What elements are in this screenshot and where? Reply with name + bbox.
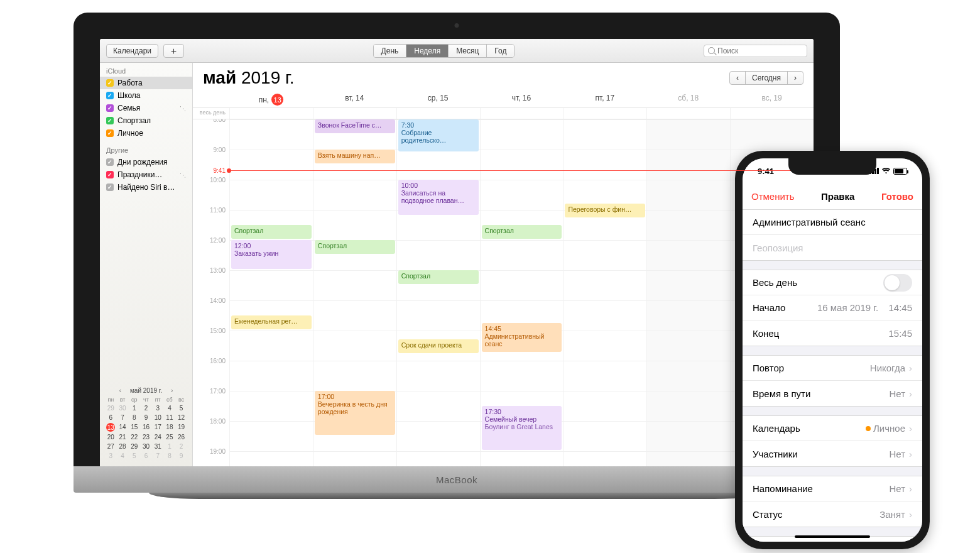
sidebar-item[interactable]: ✓Дни рождения <box>100 156 192 168</box>
cancel-button[interactable]: Отменить <box>751 191 795 202</box>
start-row[interactable]: Начало 16 мая 2019 г. 14:45 <box>743 295 922 320</box>
event[interactable]: Срок сдачи проекта <box>398 339 479 353</box>
event[interactable]: Еженедельная рег… <box>231 315 312 329</box>
day-header[interactable]: чт, 16 <box>480 90 564 107</box>
sidebar-item[interactable]: ✓Школа <box>100 89 192 102</box>
week-grid[interactable]: 8:009:0010:0011:0012:0013:0014:0015:0016… <box>193 119 814 466</box>
mini-day[interactable]: 30 <box>140 442 152 451</box>
event[interactable]: 10:00Записаться на подводное плаван… <box>398 180 479 215</box>
event-title-field[interactable]: Административный сеанс <box>743 210 922 235</box>
home-indicator[interactable] <box>795 535 870 538</box>
checkbox[interactable]: ✓ <box>106 117 114 124</box>
mini-day[interactable]: 9 <box>140 413 152 422</box>
view-week[interactable]: Неделя <box>406 45 449 57</box>
mini-day[interactable]: 9 <box>175 452 187 460</box>
mini-day[interactable]: 7 <box>152 452 164 460</box>
mini-day[interactable]: 11 <box>164 413 176 422</box>
mini-day[interactable]: 1 <box>128 404 140 412</box>
calendar-row[interactable]: Календарь Личное› <box>743 416 922 441</box>
mini-day[interactable]: 3 <box>105 452 117 460</box>
mini-day[interactable]: 22 <box>128 433 140 441</box>
day-header[interactable]: сб, 18 <box>646 90 730 107</box>
event[interactable]: 17:30Семейный вечерБоулинг в Great Lanes <box>482 406 562 450</box>
sidebar-item[interactable]: ✓Праздники…⋰ <box>100 168 192 181</box>
event[interactable]: Спортзал <box>398 270 479 284</box>
mini-day[interactable]: 29 <box>105 404 117 412</box>
search-input[interactable] <box>717 47 799 55</box>
event[interactable]: Звонок FaceTime с… <box>315 119 395 133</box>
add-button[interactable]: ＋ <box>163 44 184 58</box>
sidebar-item[interactable]: ✓Личное <box>100 127 192 140</box>
event[interactable]: Взять машину нап… <box>315 150 395 163</box>
travel-row[interactable]: Время в пути Нет› <box>743 381 922 406</box>
mini-day[interactable]: 2 <box>140 404 152 412</box>
view-year[interactable]: Год <box>487 45 514 57</box>
mini-day[interactable]: 10 <box>152 413 164 422</box>
status-row[interactable]: Статус Занят› <box>743 501 922 527</box>
mini-day[interactable]: 25 <box>164 433 176 441</box>
day-header[interactable]: вт, 14 <box>313 90 396 107</box>
mini-day[interactable]: 6 <box>105 413 117 422</box>
mini-day[interactable]: 14 <box>117 423 129 432</box>
checkbox[interactable]: ✓ <box>106 79 114 87</box>
event[interactable]: Спортзал <box>482 225 562 239</box>
location-field[interactable]: Геопозиция <box>743 235 922 260</box>
search-field[interactable] <box>704 45 807 57</box>
event[interactable]: Спортзал <box>315 240 395 254</box>
day-column[interactable]: Звонок FaceTime с…Взять машину нап…Спорт… <box>313 119 396 466</box>
mini-day[interactable]: 2 <box>175 442 187 451</box>
alert-row[interactable]: Напоминание Нет› <box>743 476 922 501</box>
today-button[interactable]: Сегодня <box>745 71 788 85</box>
checkbox[interactable]: ✓ <box>106 129 114 137</box>
day-column[interactable]: Переговоры с фин… <box>563 119 646 466</box>
mini-day[interactable]: 8 <box>164 452 176 460</box>
mini-day[interactable]: 23 <box>140 433 152 441</box>
mini-day[interactable]: 18 <box>164 423 176 432</box>
day-header[interactable]: вс, 19 <box>730 90 814 107</box>
day-header[interactable]: пт, 17 <box>563 90 646 107</box>
mini-day[interactable]: 24 <box>152 433 164 441</box>
event[interactable]: 12:00Заказать ужин <box>231 240 312 269</box>
event[interactable]: 7:30Собрание родительско… <box>398 119 479 151</box>
mini-day[interactable]: 29 <box>128 442 140 451</box>
mini-prev-button[interactable]: ‹ <box>119 387 121 394</box>
sidebar-item[interactable]: ✓Спортзал <box>100 114 192 127</box>
done-button[interactable]: Готово <box>881 191 913 202</box>
view-month[interactable]: Месяц <box>449 45 487 57</box>
mini-day[interactable]: 20 <box>105 433 117 441</box>
mini-day[interactable]: 3 <box>152 404 164 412</box>
invitees-row[interactable]: Участники Нет› <box>743 441 922 466</box>
day-header[interactable]: пн,13 <box>229 90 313 107</box>
mini-day[interactable]: 30 <box>117 404 129 412</box>
mini-day[interactable]: 5 <box>175 404 187 412</box>
mini-day[interactable]: 6 <box>140 452 152 460</box>
end-row[interactable]: Конец 15:45 <box>743 320 922 346</box>
checkbox[interactable]: ✓ <box>106 183 114 191</box>
mini-day[interactable]: 5 <box>128 452 140 460</box>
event[interactable]: Спортзал <box>231 225 312 239</box>
checkbox[interactable]: ✓ <box>106 158 114 166</box>
mini-day[interactable]: 12 <box>175 413 187 422</box>
mini-day[interactable]: 21 <box>117 433 129 441</box>
calendars-button[interactable]: Календари <box>106 44 158 58</box>
mini-day[interactable]: 4 <box>164 404 176 412</box>
day-column[interactable] <box>646 119 730 466</box>
mini-day[interactable]: 16 <box>140 423 152 432</box>
mini-day[interactable]: 15 <box>128 423 140 432</box>
day-header[interactable]: ср, 15 <box>396 90 480 107</box>
mini-day[interactable]: 7 <box>117 413 129 422</box>
day-column[interactable]: Спортзал12:00Заказать ужинЕженедельная р… <box>229 119 313 466</box>
mini-day[interactable]: 31 <box>152 442 164 451</box>
mini-next-button[interactable]: › <box>171 387 173 394</box>
mini-day[interactable]: 17 <box>152 423 164 432</box>
event[interactable]: 14:45Административный сеанс <box>482 323 562 352</box>
repeat-row[interactable]: Повтор Никогда› <box>743 356 922 381</box>
event[interactable]: Переговоры с фин… <box>565 204 645 217</box>
mini-day[interactable]: 19 <box>175 423 187 432</box>
sidebar-item[interactable]: ✓Работа <box>100 77 192 89</box>
mini-day[interactable]: 1 <box>164 442 176 451</box>
mini-day[interactable]: 28 <box>117 442 129 451</box>
mini-day[interactable]: 4 <box>117 452 129 460</box>
checkbox[interactable]: ✓ <box>106 171 114 178</box>
checkbox[interactable]: ✓ <box>106 104 114 112</box>
